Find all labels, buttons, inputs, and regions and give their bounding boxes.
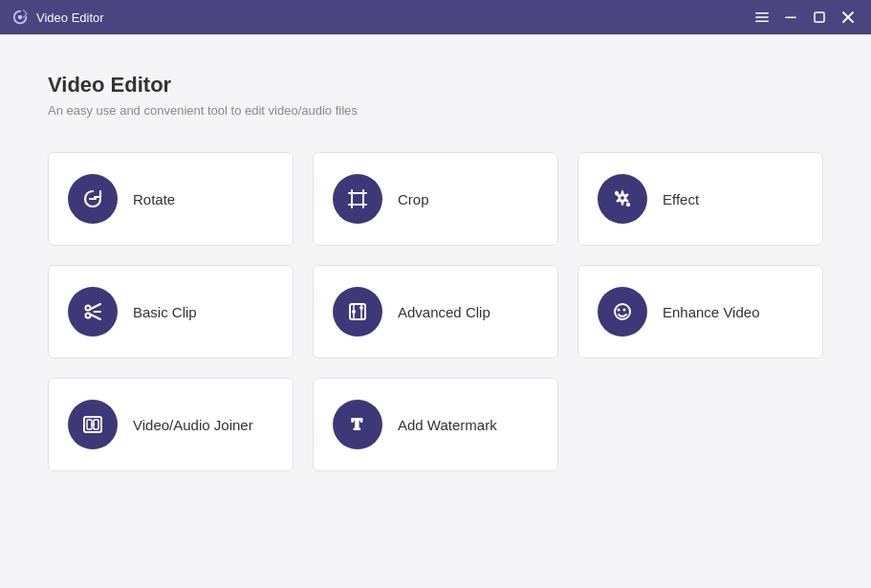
joiner-icon-circle bbox=[68, 400, 118, 449]
svg-point-18 bbox=[616, 192, 618, 194]
joiner-icon bbox=[80, 412, 105, 437]
svg-rect-2 bbox=[755, 16, 769, 18]
title-bar-controls bbox=[751, 6, 860, 29]
advanced-clip-label: Advanced Clip bbox=[398, 304, 490, 320]
svg-point-28 bbox=[352, 310, 356, 314]
enhance-video-card[interactable]: Enhance Video bbox=[577, 265, 823, 359]
effect-card[interactable]: Effect bbox=[577, 152, 823, 246]
app-icon bbox=[11, 9, 29, 26]
basic-clip-icon-circle bbox=[68, 287, 118, 337]
feature-grid: Rotate Crop bbox=[48, 152, 823, 471]
basic-clip-label: Basic Clip bbox=[133, 304, 197, 320]
rotate-icon bbox=[80, 186, 105, 211]
watermark-icon: T bbox=[345, 412, 370, 437]
svg-rect-1 bbox=[755, 12, 769, 14]
svg-point-19 bbox=[627, 204, 629, 206]
main-content: Video Editor An easy use and convenient … bbox=[0, 34, 871, 588]
svg-point-29 bbox=[359, 306, 363, 310]
svg-point-31 bbox=[618, 309, 621, 312]
watermark-icon-circle: T bbox=[333, 400, 382, 449]
basic-clip-card[interactable]: Basic Clip bbox=[48, 265, 294, 359]
video-audio-joiner-label: Video/Audio Joiner bbox=[133, 417, 253, 433]
rotate-card[interactable]: Rotate bbox=[48, 152, 294, 246]
close-button[interactable] bbox=[837, 6, 860, 29]
crop-label: Crop bbox=[398, 191, 429, 207]
advanced-clip-card[interactable]: Advanced Clip bbox=[313, 265, 558, 359]
svg-rect-3 bbox=[755, 21, 769, 23]
svg-point-32 bbox=[623, 309, 626, 312]
add-watermark-card[interactable]: T Add Watermark bbox=[313, 378, 558, 471]
crop-icon bbox=[345, 186, 370, 211]
svg-point-0 bbox=[18, 15, 23, 20]
advanced-clip-icon bbox=[345, 299, 370, 324]
title-bar: Video Editor bbox=[0, 0, 871, 34]
menu-button[interactable] bbox=[751, 6, 773, 29]
scissors-icon bbox=[80, 299, 105, 324]
effect-label: Effect bbox=[663, 191, 699, 207]
title-bar-left: Video Editor bbox=[11, 9, 104, 26]
enhance-icon-circle bbox=[598, 287, 647, 337]
svg-rect-4 bbox=[785, 17, 796, 19]
svg-rect-5 bbox=[815, 12, 824, 22]
minimize-button[interactable] bbox=[779, 6, 802, 29]
rotate-label: Rotate bbox=[133, 191, 175, 207]
crop-icon-circle bbox=[333, 174, 382, 224]
effect-icon-circle bbox=[598, 174, 647, 224]
page-title: Video Editor bbox=[48, 73, 823, 98]
svg-text:T: T bbox=[352, 416, 362, 432]
page-subtitle: An easy use and convenient tool to edit … bbox=[48, 103, 823, 118]
rotate-icon-circle bbox=[68, 174, 118, 224]
title-bar-text: Video Editor bbox=[36, 11, 104, 25]
crop-card[interactable]: Crop bbox=[313, 152, 558, 246]
video-audio-joiner-card[interactable]: Video/Audio Joiner bbox=[48, 378, 294, 471]
svg-rect-9 bbox=[352, 193, 363, 205]
enhance-video-label: Enhance Video bbox=[663, 304, 759, 320]
maximize-button[interactable] bbox=[808, 6, 831, 29]
effect-icon bbox=[610, 186, 635, 211]
add-watermark-label: Add Watermark bbox=[398, 417, 497, 433]
svg-line-23 bbox=[90, 315, 100, 320]
enhance-icon bbox=[610, 299, 635, 324]
svg-line-22 bbox=[90, 304, 100, 310]
advanced-clip-icon-circle bbox=[333, 287, 382, 337]
